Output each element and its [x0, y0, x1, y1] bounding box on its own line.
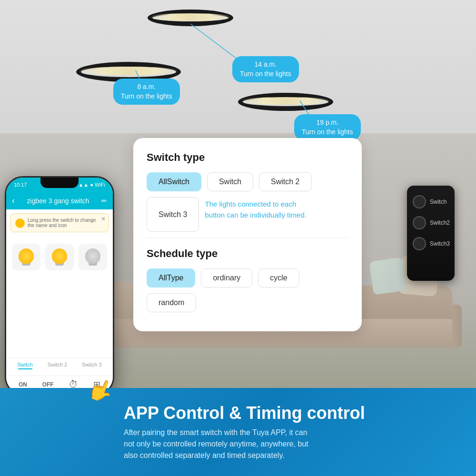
- phone-tab-switch2[interactable]: Switch 2: [48, 362, 68, 367]
- edit-icon[interactable]: ✏: [101, 197, 107, 205]
- notification-dot: [15, 218, 25, 228]
- btn-switch3[interactable]: Switch 3: [147, 197, 199, 232]
- lamp1-glow: [150, 13, 231, 21]
- switch-type-title: Switch type: [147, 151, 348, 164]
- schedule-type-title: Schedule type: [147, 248, 348, 260]
- phone-screen: 10:17 ▲▲ ● WiFi ‹ zigbee 3 gang switch ✏…: [6, 178, 113, 394]
- btn-allswitch[interactable]: AllSwitch: [147, 172, 201, 191]
- bottom-banner: APP Control & Timing control After pairi…: [0, 388, 476, 476]
- switch-device-label1: Switch: [430, 198, 446, 205]
- schedule-type-buttons: AllType ordinary cycle: [147, 268, 348, 288]
- phone-signal-icons: ▲▲ ● WiFi: [78, 182, 105, 188]
- switch-type-card: Switch type AllSwitch Switch Switch 2 Sw…: [133, 138, 362, 331]
- phone-tab-switch3[interactable]: Switch 3: [82, 362, 102, 367]
- btn-random[interactable]: random: [147, 293, 196, 312]
- phone-content: [6, 236, 113, 274]
- notification-text: Long press the switch to change the name…: [28, 218, 104, 228]
- phone-notch: [40, 178, 79, 188]
- phone-light-2[interactable]: [45, 244, 74, 270]
- switch-type-buttons: AllSwitch Switch Switch 2: [147, 172, 348, 191]
- switch-circle-2[interactable]: [413, 216, 426, 229]
- tooltip-19pm: 19 p.m. Turn on the lights: [294, 114, 361, 140]
- switch-info-text: The lights connected to eachbutton can b…: [205, 197, 306, 222]
- lamp3-glow: [240, 97, 331, 105]
- smart-switch-device: Switch Switch2 Switch3: [407, 186, 455, 281]
- phone-light-1[interactable]: [12, 244, 40, 270]
- phone-light-grid: [12, 244, 107, 270]
- bulb-icon-3: [85, 248, 100, 264]
- tooltip-14am: 14 a.m. Turn on the lights: [232, 56, 299, 82]
- phone-notification: Long press the switch to change the name…: [10, 213, 109, 232]
- divider: [147, 238, 348, 238]
- phone-tab-switch[interactable]: Switch: [17, 362, 32, 367]
- btn-switch2[interactable]: Switch 2: [259, 172, 311, 191]
- notification-close[interactable]: ✕: [101, 216, 106, 222]
- switch-device-btn3: Switch3: [413, 237, 449, 250]
- banner-title: APP Control & Timing control: [124, 403, 462, 423]
- lamp2-glow: [79, 67, 178, 75]
- btn-ordinary[interactable]: ordinary: [201, 268, 252, 288]
- phone-time: 10:17: [14, 182, 27, 188]
- schedule-row2: random: [147, 293, 348, 312]
- switch-device-label3: Switch3: [430, 240, 450, 247]
- btn-cycle[interactable]: cycle: [258, 268, 299, 288]
- phone-header: ‹ zigbee 3 gang switch ✏: [6, 192, 113, 209]
- phone-light-3[interactable]: [79, 244, 107, 270]
- phone-bottom-bar: Switch Switch 2 Switch 3: [6, 357, 113, 372]
- switch-circle-1[interactable]: [413, 195, 426, 208]
- tooltip-8am: 8 a.m. Turn on the lights: [113, 79, 180, 105]
- bulb-icon-2: [52, 248, 67, 264]
- off-button[interactable]: OFF: [42, 381, 54, 388]
- phone-mockup: 10:17 ▲▲ ● WiFi ‹ zigbee 3 gang switch ✏…: [5, 176, 114, 395]
- btn-switch[interactable]: Switch: [207, 172, 253, 191]
- tab-underline-1: [18, 368, 32, 369]
- switch-device-btn2: Switch2: [413, 216, 449, 229]
- switch-type-row2: Switch 3 The lights connected to eachbut…: [147, 197, 348, 232]
- switch-device-btn1: Switch: [413, 195, 449, 208]
- btn-alltype[interactable]: AllType: [147, 268, 195, 288]
- switch-device-label2: Switch2: [430, 219, 450, 226]
- bulb-icon-1: [19, 248, 34, 264]
- phone-header-title: zigbee 3 gang switch: [15, 197, 101, 205]
- on-button[interactable]: ON: [19, 381, 27, 388]
- switch-circle-3[interactable]: [413, 237, 426, 250]
- banner-description: After pairing the smart switch with the …: [124, 427, 462, 461]
